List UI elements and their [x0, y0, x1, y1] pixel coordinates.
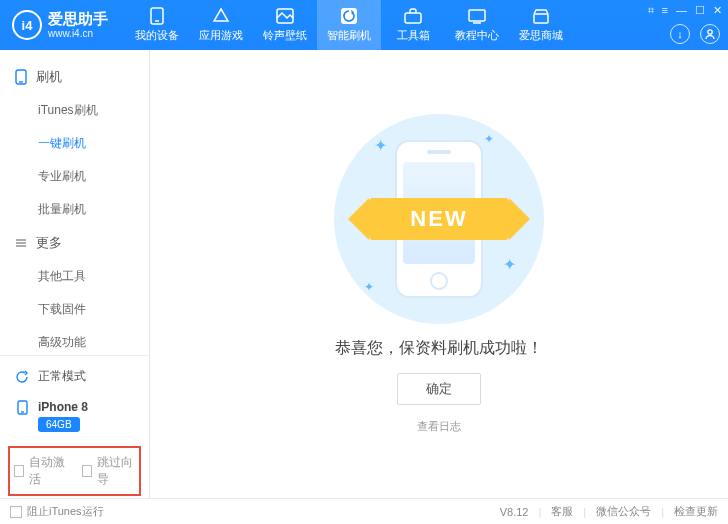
success-illustration: ✦ ✦ ✦ ✦ NEW [334, 114, 544, 324]
app-logo: i4 爱思助手 www.i4.cn [0, 10, 120, 40]
view-logs-link[interactable]: 查看日志 [417, 419, 461, 434]
footer-link-support[interactable]: 客服 [551, 504, 573, 519]
sparkle-icon: ✦ [374, 136, 387, 155]
menu-icon[interactable]: ≡ [662, 4, 668, 17]
nav-smart-flash[interactable]: 智能刷机 [317, 0, 381, 50]
checkbox-label: 阻止iTunes运行 [27, 504, 104, 519]
sidebar-item-other-tools[interactable]: 其他工具 [38, 260, 149, 293]
app-window: i4 爱思助手 www.i4.cn 我的设备 应用游戏 铃声壁纸 智能刷机 [0, 0, 728, 524]
separator: | [661, 506, 664, 518]
qr-icon[interactable]: ⌗ [648, 4, 654, 17]
ribbon-label: NEW [369, 198, 509, 240]
separator: | [583, 506, 586, 518]
checkbox-box [14, 465, 24, 477]
nav-tutorials[interactable]: 教程中心 [445, 0, 509, 50]
nav-label: 铃声壁纸 [263, 28, 307, 43]
sidebar-item-oneclick-flash[interactable]: 一键刷机 [38, 127, 149, 160]
top-nav: 我的设备 应用游戏 铃声壁纸 智能刷机 工具箱 教程中心 [125, 0, 573, 50]
new-ribbon: NEW [344, 189, 534, 249]
sparkle-icon: ✦ [484, 132, 494, 146]
group-title: 刷机 [36, 68, 62, 86]
store-icon [532, 7, 550, 25]
close-icon[interactable]: ✕ [713, 4, 722, 17]
app-title: 爱思助手 [48, 11, 108, 28]
checkbox-label: 跳过向导 [97, 454, 135, 488]
checkbox-label: 自动激活 [29, 454, 67, 488]
account-button[interactable] [700, 24, 720, 44]
window-controls: ⌗ ≡ — ☐ ✕ [648, 4, 722, 17]
title-bar: i4 爱思助手 www.i4.cn 我的设备 应用游戏 铃声壁纸 智能刷机 [0, 0, 728, 50]
nav-label: 应用游戏 [199, 28, 243, 43]
skip-wizard-checkbox[interactable]: 跳过向导 [82, 454, 136, 488]
device-row[interactable]: iPhone 8 [0, 393, 149, 417]
nav-apps-games[interactable]: 应用游戏 [189, 0, 253, 50]
footer-link-wechat[interactable]: 微信公众号 [596, 504, 651, 519]
sidebar-item-pro-flash[interactable]: 专业刷机 [38, 160, 149, 193]
tutorial-icon [468, 7, 486, 25]
post-flash-options: 自动激活 跳过向导 [8, 446, 141, 496]
svg-point-8 [708, 30, 712, 34]
toolbox-icon [404, 7, 422, 25]
separator: | [538, 506, 541, 518]
svg-rect-5 [469, 10, 485, 21]
sidebar-item-batch-flash[interactable]: 批量刷机 [38, 193, 149, 226]
version-label: V8.12 [500, 506, 529, 518]
nav-label: 爱思商城 [519, 28, 563, 43]
sidebar-item-advanced[interactable]: 高级功能 [38, 326, 149, 355]
minimize-icon[interactable]: — [676, 4, 687, 17]
apps-icon [212, 7, 230, 25]
success-message: 恭喜您，保资料刷机成功啦！ [335, 338, 543, 359]
body: 刷机 iTunes刷机 一键刷机 专业刷机 批量刷机 更多 其他工具 下载固件 … [0, 50, 728, 498]
sparkle-icon: ✦ [503, 255, 516, 274]
footer-link-update[interactable]: 检查更新 [674, 504, 718, 519]
nav-store[interactable]: 爱思商城 [509, 0, 573, 50]
checkbox-box [10, 506, 22, 518]
logo-badge: i4 [12, 10, 42, 40]
nav-label: 教程中心 [455, 28, 499, 43]
mode-row[interactable]: 正常模式 [0, 360, 149, 393]
ok-button[interactable]: 确定 [397, 373, 481, 405]
phone-icon [14, 70, 28, 84]
svg-rect-7 [534, 14, 548, 23]
wallpaper-icon [276, 7, 294, 25]
sidebar: 刷机 iTunes刷机 一键刷机 专业刷机 批量刷机 更多 其他工具 下载固件 … [0, 50, 150, 498]
app-subtitle: www.i4.cn [48, 28, 108, 39]
nav-toolbox[interactable]: 工具箱 [381, 0, 445, 50]
sidebar-bottom: 正常模式 iPhone 8 64GB 自动激活 跳过向导 [0, 355, 149, 498]
sidebar-group-more[interactable]: 更多 [0, 226, 149, 260]
download-button[interactable]: ↓ [670, 24, 690, 44]
sidebar-item-itunes-flash[interactable]: iTunes刷机 [38, 94, 149, 127]
device-icon [148, 7, 166, 25]
sparkle-icon: ✦ [364, 280, 374, 294]
device-name: iPhone 8 [38, 400, 88, 414]
more-icon [14, 236, 28, 250]
sidebar-group-flash[interactable]: 刷机 [0, 60, 149, 94]
mode-label: 正常模式 [38, 368, 86, 385]
titlebar-actions: ↓ [670, 24, 720, 44]
checkbox-box [82, 465, 92, 477]
auto-activate-checkbox[interactable]: 自动激活 [14, 454, 68, 488]
nav-label: 工具箱 [397, 28, 430, 43]
nav-ringtones[interactable]: 铃声壁纸 [253, 0, 317, 50]
nav-label: 我的设备 [135, 28, 179, 43]
svg-rect-4 [405, 13, 421, 23]
refresh-icon [14, 369, 30, 385]
main-content: ✦ ✦ ✦ ✦ NEW 恭喜您，保资料刷机成功啦！ 确定 查看日志 [150, 50, 728, 498]
nav-my-device[interactable]: 我的设备 [125, 0, 189, 50]
group-title: 更多 [36, 234, 62, 252]
capacity-badge: 64GB [38, 417, 80, 432]
maximize-icon[interactable]: ☐ [695, 4, 705, 17]
sidebar-item-download-firmware[interactable]: 下载固件 [38, 293, 149, 326]
flash-icon [340, 7, 358, 25]
nav-label: 智能刷机 [327, 28, 371, 43]
block-itunes-checkbox[interactable]: 阻止iTunes运行 [10, 504, 104, 519]
status-bar: 阻止iTunes运行 V8.12 | 客服 | 微信公众号 | 检查更新 [0, 498, 728, 524]
phone-small-icon [14, 399, 30, 415]
